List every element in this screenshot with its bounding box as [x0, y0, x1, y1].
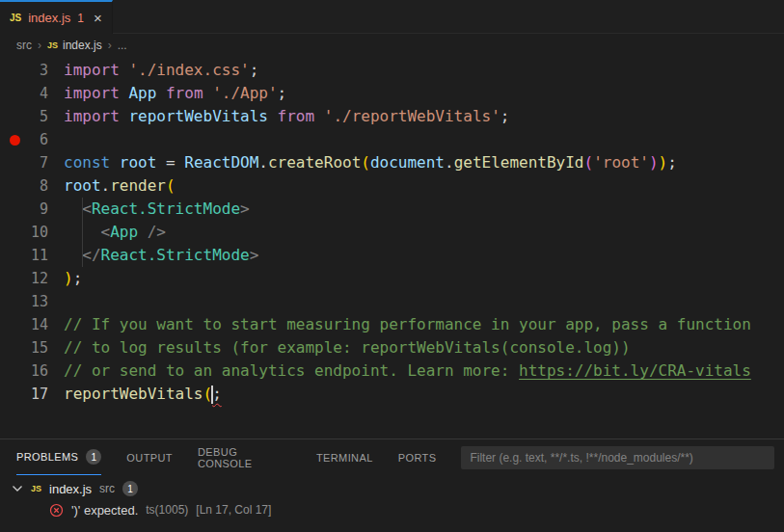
code-token: ; — [667, 153, 677, 172]
code-line: 4import App from './App'; — [0, 82, 784, 105]
breadcrumb-item-src[interactable]: src — [16, 39, 32, 52]
code-line-text: import App from './App'; — [48, 82, 286, 105]
code-token — [314, 107, 324, 125]
panel-tab-debug-console[interactable]: DEBUG CONSOLE — [198, 439, 291, 475]
code-line: 7const root = ReactDOM.createRoot(docume… — [0, 151, 784, 174]
panel-tab-problems[interactable]: PROBLEMS1 — [16, 439, 101, 475]
line-number[interactable]: 13 — [0, 290, 48, 313]
chevron-down-icon[interactable] — [12, 484, 23, 493]
problems-file-row[interactable]: JSindex.jssrc1 — [0, 478, 784, 499]
javascript-icon: JS — [47, 40, 58, 50]
code-token: render — [110, 176, 166, 195]
code-line-text: reportWebVitals(; — [48, 383, 222, 406]
code-token: . — [101, 176, 111, 195]
line-number[interactable]: 9 — [0, 198, 48, 221]
breadcrumb: src › JS index.js › ... — [0, 34, 784, 56]
code-token: // or send to an analytics endpoint. Lea… — [64, 361, 519, 380]
panel-tab-bar: PROBLEMS1OUTPUTDEBUG CONSOLETERMINALPORT… — [0, 439, 784, 475]
line-number[interactable]: 7 — [0, 151, 48, 174]
code-token: document — [370, 153, 445, 172]
line-number[interactable]: 11 — [0, 244, 48, 267]
indent-guide — [82, 221, 83, 244]
breadcrumb-item-file[interactable]: JS index.js — [47, 39, 102, 52]
code-token: React.StrictMode — [92, 200, 240, 218]
code-token: import — [64, 84, 120, 102]
code-token — [120, 107, 129, 125]
code-editor[interactable]: 2import ReactDOM from 'react-dom/client'… — [0, 56, 784, 439]
code-line: 8root.render( — [0, 174, 784, 198]
code-token: import — [64, 61, 120, 79]
line-number[interactable]: 4 — [0, 82, 48, 105]
code-token: ( — [166, 176, 176, 195]
breadcrumb-item-more[interactable]: ... — [118, 39, 127, 52]
panel-tab-label: TERMINAL — [316, 452, 373, 464]
code-token: from — [166, 84, 203, 102]
code-token: ; — [278, 84, 287, 102]
line-number[interactable]: 12 — [0, 267, 48, 290]
code-line-text: // or send to an analytics endpoint. Lea… — [48, 359, 751, 383]
line-number[interactable]: 14 — [0, 313, 48, 336]
problem-item-row[interactable]: ')' expected.ts(1005)[Ln 17, Col 17] — [0, 499, 784, 520]
panel-tab-label: PORTS — [398, 452, 437, 464]
code-token: './App' — [212, 84, 277, 102]
tab-label: index.js — [28, 11, 70, 25]
code-token: = — [156, 153, 184, 172]
code-token — [110, 153, 120, 172]
tab-index-js[interactable]: JSindex.js1× — [0, 0, 113, 34]
bottom-panel: PROBLEMS1OUTPUTDEBUG CONSOLETERMINALPORT… — [0, 439, 784, 532]
panel-tab-ports[interactable]: PORTS — [398, 439, 437, 475]
code-line-text: import reportWebVitals from './reportWeb… — [48, 105, 509, 128]
tab-error-count-badge: 1 — [77, 12, 84, 25]
code-token: // to log results (for example: reportWe… — [64, 338, 631, 357]
panel-tab-output[interactable]: OUTPUT — [126, 439, 173, 475]
code-token: > — [240, 200, 250, 218]
line-number[interactable]: 17 — [0, 383, 48, 406]
problems-count-badge: 1 — [86, 449, 101, 465]
code-line: 11 </React.StrictMode> — [0, 244, 784, 267]
line-number[interactable]: 8 — [0, 174, 48, 198]
code-line: 16// or send to an analytics endpoint. L… — [0, 359, 784, 383]
line-number[interactable]: 16 — [0, 359, 48, 383]
editor-content: 2import ReactDOM from 'react-dom/client'… — [0, 56, 784, 406]
code-line-text: const root = ReactDOM.createRoot(documen… — [48, 151, 677, 174]
code-token — [64, 246, 82, 264]
panel-tab-terminal[interactable]: TERMINAL — [316, 439, 373, 475]
line-number[interactable]: 10 — [0, 221, 48, 244]
problems-filter-input[interactable] — [461, 446, 774, 469]
code-token: ) — [649, 153, 659, 172]
code-token: > — [250, 246, 259, 264]
code-token: root — [64, 176, 101, 195]
breadcrumb-file-label: index.js — [63, 39, 102, 52]
code-token — [203, 84, 213, 102]
code-token: createRoot — [268, 153, 361, 172]
code-line: 3import './index.css'; — [0, 59, 784, 82]
line-number[interactable]: 6 — [0, 128, 48, 151]
line-number[interactable]: 15 — [0, 336, 48, 359]
panel-tab-label: PROBLEMS — [16, 451, 78, 463]
code-token: reportWebVitals — [128, 107, 268, 125]
code-token: getElementById — [454, 153, 584, 172]
editor-tab-bar: JSindex.js1× — [0, 0, 784, 34]
code-token: ; — [250, 61, 259, 79]
breakpoint-icon[interactable] — [10, 135, 20, 146]
problems-count-badge: 1 — [122, 481, 138, 496]
code-token: // If you want to start measuring perfor… — [64, 315, 751, 333]
code-token: App — [128, 84, 156, 102]
code-token: ) — [659, 153, 668, 172]
code-token: from — [278, 107, 315, 125]
line-number[interactable]: 5 — [0, 105, 48, 128]
code-token: const — [64, 153, 110, 172]
line-number[interactable]: 3 — [0, 59, 48, 82]
close-tab-icon[interactable]: × — [94, 11, 102, 25]
code-token: ( — [583, 153, 593, 172]
indent-guide — [82, 198, 83, 221]
code-token: React.StrictMode — [101, 246, 250, 264]
code-line-text: <React.StrictMode> — [48, 198, 250, 221]
code-line: 6 — [0, 128, 784, 151]
code-token: ; — [212, 385, 222, 403]
chevron-right-icon: › — [108, 39, 112, 52]
code-token — [120, 84, 129, 102]
javascript-icon: JS — [10, 13, 21, 23]
code-line: 9 <React.StrictMode> — [0, 198, 784, 221]
indent-guide — [82, 244, 83, 267]
